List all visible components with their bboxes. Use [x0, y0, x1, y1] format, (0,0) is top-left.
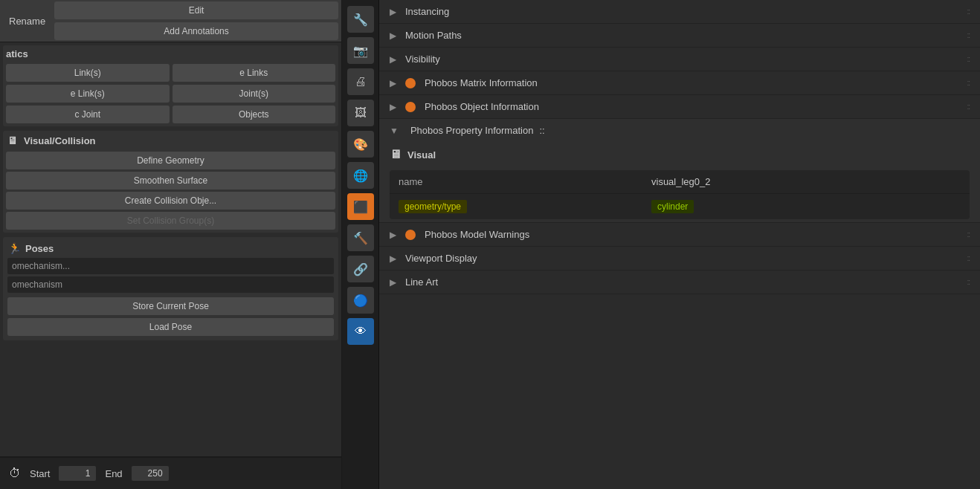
poses-header: 🏃 Poses — [7, 242, 334, 255]
viewport-display-row[interactable]: ▶ Viewport Display :: — [379, 247, 980, 271]
visual-label: Visual — [407, 149, 436, 161]
select-tool-button[interactable]: ⬛ — [347, 193, 374, 220]
line-art-label: Line Art — [405, 276, 438, 288]
kinematics-title: atics — [6, 48, 28, 59]
phobos-matrix-dot — [405, 78, 416, 88]
timeline-row: ⏱ Start End — [0, 456, 341, 489]
pose-field-2: omechanism — [7, 276, 334, 293]
smoothen-surface-button[interactable]: Smoothen Surface — [6, 172, 335, 190]
phobos-model-dot — [405, 230, 416, 240]
instancing-row[interactable]: ▶ Instancing :: — [379, 0, 980, 24]
viewport-display-chevron: ▶ — [390, 253, 396, 264]
visual-monitor-icon: 🖥 — [390, 148, 402, 161]
create-collision-button[interactable]: Create Collision Obje... — [6, 192, 335, 210]
kinematics-header: atics — [6, 48, 335, 59]
properties-list: ▶ Instancing :: ▶ Motion Paths :: ▶ Visi… — [379, 0, 980, 489]
start-input[interactable] — [59, 466, 96, 481]
timer-icon: ⏱ — [9, 467, 21, 480]
e-link-button[interactable]: e Link(s) — [6, 85, 170, 103]
prop-geometry-key: geometry/type — [390, 194, 642, 219]
phobos-model-drag: :: — [967, 230, 970, 239]
visibility-label: Visibility — [405, 54, 440, 65]
image-tool-button[interactable]: 🖼 — [347, 100, 374, 126]
phobos-model-warnings-row[interactable]: ▶ Phobos Model Warnings :: — [379, 223, 980, 247]
instancing-chevron: ▶ — [390, 7, 396, 17]
phobos-property-header[interactable]: ▼ Phobos Property Information :: — [379, 119, 980, 142]
constraints-tool-button[interactable]: 👁 — [347, 318, 374, 345]
visual-collision-list: Define Geometry Smoothen Surface Create … — [6, 152, 335, 230]
instancing-drag: :: — [967, 7, 970, 16]
left-panel: Rename Edit Add Annotations atics Link(s… — [0, 0, 342, 489]
particles-tool-button[interactable]: 🔗 — [347, 256, 374, 282]
viewport-display-drag: :: — [967, 254, 970, 262]
visual-collision-section: 🖥 Visual/Collision Define Geometry Smoot… — [3, 131, 338, 233]
phobos-object-drag: :: — [967, 103, 970, 111]
top-bar: Rename Edit Add Annotations — [0, 0, 341, 42]
prop-name-row: name visual_leg0_2 — [390, 170, 970, 194]
property-table: name visual_leg0_2 geometry/type cylinde… — [390, 170, 970, 219]
phobos-matrix-label: Phobos Matrix Information — [425, 77, 538, 88]
kinematics-grid: Link(s) e Links e Link(s) Joint(s) c Joi… — [6, 64, 335, 123]
motion-paths-label: Motion Paths — [405, 30, 462, 41]
geometry-key-badge: geometry/type — [399, 200, 467, 213]
visual-collision-title: Visual/Collision — [24, 135, 96, 146]
phobos-model-chevron: ▶ — [390, 230, 396, 240]
e-links-button[interactable]: e Links — [173, 64, 336, 82]
link-button[interactable]: Link(s) — [6, 64, 170, 82]
phobos-property-label: Phobos Property Information — [410, 125, 533, 136]
phobos-object-row[interactable]: ▶ Phobos Object Information :: — [379, 95, 980, 119]
poses-title: Poses — [25, 243, 54, 254]
end-label: End — [105, 468, 122, 479]
poses-section: 🏃 Poses omechanism... omechanism Store C… — [3, 237, 338, 340]
poses-fields: omechanism... omechanism — [7, 258, 334, 293]
motion-paths-chevron: ▶ — [390, 30, 396, 41]
phobos-property-drag: :: — [539, 125, 544, 136]
prop-name-key: name — [390, 170, 642, 193]
paint-tool-button[interactable]: 🎨 — [347, 131, 374, 158]
phobos-matrix-row[interactable]: ▶ Phobos Matrix Information :: — [379, 71, 980, 95]
prop-geometry-row: geometry/type cylinder — [390, 194, 970, 219]
edit-button[interactable]: Edit — [54, 1, 338, 19]
viewport-display-label: Viewport Display — [405, 253, 477, 264]
right-panel: ▶ Instancing :: ▶ Motion Paths :: ▶ Visi… — [379, 0, 980, 489]
set-collision-group-button[interactable]: Set Collision Group(s) — [6, 212, 335, 230]
prop-name-val: visual_leg0_2 — [642, 170, 970, 193]
print-tool-button[interactable]: 🖨 — [347, 68, 374, 95]
kinematics-section: atics Link(s) e Links e Link(s) Joint(s)… — [3, 45, 338, 126]
joint-button[interactable]: Joint(s) — [173, 85, 336, 103]
wrench-tool-button[interactable]: 🔧 — [347, 6, 374, 33]
instancing-label: Instancing — [405, 6, 449, 17]
phobos-property-chevron: ▼ — [390, 126, 399, 136]
add-annotations-button[interactable]: Add Annotations — [54, 22, 338, 40]
geometry-val-badge: cylinder — [651, 200, 694, 213]
left-content: atics Link(s) e Links e Link(s) Joint(s)… — [0, 42, 341, 456]
phobos-matrix-drag: :: — [967, 79, 970, 87]
store-current-pose-button[interactable]: Store Current Pose — [7, 297, 334, 315]
phobos-matrix-chevron: ▶ — [390, 78, 396, 88]
globe-tool-button[interactable]: 🌐 — [347, 162, 374, 189]
motion-paths-row[interactable]: ▶ Motion Paths :: — [379, 24, 980, 48]
phobos-property-expanded: ▼ Phobos Property Information :: 🖥 Visua… — [379, 119, 980, 223]
phobos-object-dot — [405, 102, 416, 112]
visual-section-header: 🖥 Visual — [379, 142, 980, 167]
poses-buttons: Store Current Pose Load Pose — [7, 297, 334, 336]
end-input[interactable] — [132, 466, 169, 481]
visibility-drag: :: — [967, 55, 970, 63]
visibility-row[interactable]: ▶ Visibility :: — [379, 48, 980, 71]
modifiers-tool-button[interactable]: 🔨 — [347, 224, 374, 251]
define-geometry-button[interactable]: Define Geometry — [6, 152, 335, 169]
c-joint-button[interactable]: c Joint — [6, 106, 170, 123]
prop-geometry-val: cylinder — [642, 194, 970, 219]
visibility-chevron: ▶ — [390, 54, 396, 65]
rename-label: Rename — [3, 13, 51, 30]
poses-icon: 🏃 — [7, 242, 21, 255]
middle-toolbar: 🔧 📷 🖨 🖼 🎨 🌐 ⬛ 🔨 🔗 🔵 👁 — [342, 0, 379, 489]
objects-button[interactable]: Objects — [173, 106, 336, 123]
camera-tool-button[interactable]: 📷 — [347, 37, 374, 64]
monitor-icon: 🖥 — [6, 134, 19, 147]
pose-field-1: omechanism... — [7, 258, 334, 274]
physics-tool-button[interactable]: 🔵 — [347, 287, 374, 314]
line-art-row[interactable]: ▶ Line Art :: — [379, 271, 980, 294]
line-art-drag: :: — [967, 278, 970, 286]
load-pose-button[interactable]: Load Pose — [7, 318, 334, 336]
